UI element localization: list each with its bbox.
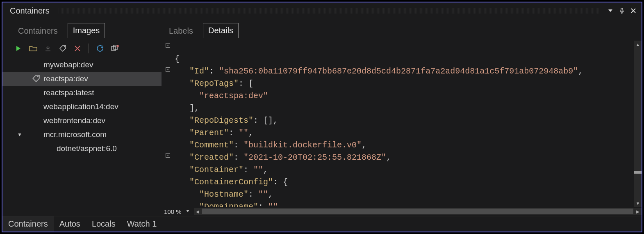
images-toolbar xyxy=(2,41,162,57)
overview-mark xyxy=(634,171,642,174)
json-string: "sha256:0ba11079ff947bb687e20d8d5cd4b287… xyxy=(219,67,578,76)
scroll-down-icon[interactable]: ▼ xyxy=(634,200,642,207)
images-panel: Containers Images xyxy=(2,19,162,216)
tree-item[interactable]: webfrontenda:dev xyxy=(2,114,162,128)
json-key: "Hostname" xyxy=(199,190,248,199)
json-string: "buildkit.dockerfile.v0" xyxy=(243,140,362,150)
tree-item-label: mywebapi:dev xyxy=(43,60,93,69)
json-key: "Comment" xyxy=(189,140,234,150)
code-text: { xyxy=(175,54,180,64)
titlebar-grip xyxy=(59,8,600,14)
tab-labels[interactable]: Labels xyxy=(164,24,198,38)
fold-toggle[interactable]: − xyxy=(166,67,170,72)
tree-item[interactable]: reactspa:dev xyxy=(2,72,162,86)
pin-icon[interactable] xyxy=(617,6,627,16)
run-icon[interactable] xyxy=(13,43,24,54)
tag-icon xyxy=(32,74,41,83)
bottom-tabstrip: Containers Autos Locals Watch 1 xyxy=(2,216,642,232)
bottom-tab-watch1[interactable]: Watch 1 xyxy=(121,216,163,232)
tab-containers[interactable]: Containers xyxy=(13,24,63,38)
close-icon[interactable] xyxy=(628,6,638,16)
tree-item-label: dotnet/aspnet:6.0 xyxy=(57,144,117,153)
json-editor[interactable]: { "Id": "sha256:0ba11079ff947bb687e20d8d… xyxy=(174,41,634,207)
json-key: "Id" xyxy=(189,67,209,76)
window-title: Containers xyxy=(10,6,50,16)
json-key: "RepoDigests" xyxy=(189,116,253,125)
tree-item[interactable]: reactspa:latest xyxy=(2,86,162,100)
titlebar: Containers xyxy=(2,2,642,19)
json-string: "reactspa:dev" xyxy=(199,91,268,101)
scroll-right-icon[interactable]: ▶ xyxy=(634,209,642,214)
tag-icon[interactable] xyxy=(57,43,68,54)
details-panel: Labels Details − − − { "Id": "sha256:0ba… xyxy=(162,19,642,216)
tree-item-label: reactspa:dev xyxy=(43,74,88,83)
toolbar-separator xyxy=(89,44,89,53)
tab-details[interactable]: Details xyxy=(203,23,239,38)
window-options-dropdown-icon[interactable] xyxy=(605,6,615,16)
bottom-tab-autos[interactable]: Autos xyxy=(54,216,86,232)
zoom-dropdown-icon[interactable] xyxy=(186,209,191,214)
json-string: "" xyxy=(268,202,278,207)
image-tree[interactable]: mywebapi:dev reactspa:dev reactspa:lates… xyxy=(2,57,162,216)
tree-item[interactable]: dotnet/aspnet:6.0 xyxy=(2,142,162,156)
json-key: "Container" xyxy=(189,165,243,174)
left-tabstrip: Containers Images xyxy=(2,19,162,41)
tree-item[interactable]: webapplication14:dev xyxy=(2,100,162,114)
tree-item-label: mcr.microsoft.com xyxy=(43,130,107,139)
json-key: "Created" xyxy=(189,153,234,162)
json-value: [] xyxy=(263,116,273,125)
tree-item[interactable]: ▼ mcr.microsoft.com xyxy=(2,128,162,142)
delete-icon[interactable] xyxy=(72,43,83,54)
horizontal-scrollbar[interactable]: ◀ ▶ xyxy=(194,208,642,215)
tree-item-label: reactspa:latest xyxy=(43,88,94,97)
tree-item-label: webfrontenda:dev xyxy=(43,116,105,125)
chevron-down-icon[interactable]: ▼ xyxy=(17,132,24,138)
code-text: ], xyxy=(189,103,199,113)
refresh-icon[interactable] xyxy=(95,43,105,54)
scroll-left-icon[interactable]: ◀ xyxy=(194,209,201,214)
json-string: "" xyxy=(258,190,268,199)
editor-statusbar: 100 % ◀ ▶ xyxy=(162,207,642,216)
tree-item-label: webapplication14:dev xyxy=(43,102,118,111)
right-tabstrip: Labels Details xyxy=(162,19,642,41)
zoom-level[interactable]: 100 % xyxy=(164,208,182,215)
fold-gutter: − − − xyxy=(162,41,174,207)
json-string: "2021-10-20T02:25:55.821868Z" xyxy=(243,153,386,162)
json-key: "Parent" xyxy=(189,128,229,138)
scrollbar-thumb[interactable] xyxy=(202,209,633,214)
tree-item[interactable]: mywebapi:dev xyxy=(2,58,162,72)
svg-point-0 xyxy=(64,46,65,47)
fold-toggle[interactable]: − xyxy=(166,153,170,158)
pull-icon[interactable] xyxy=(43,43,53,54)
json-string: "" xyxy=(253,165,263,174)
open-folder-icon[interactable] xyxy=(28,43,39,54)
json-key: "Domainname" xyxy=(199,202,258,207)
svg-point-3 xyxy=(37,76,39,77)
bottom-tab-locals[interactable]: Locals xyxy=(86,216,121,232)
json-string: "" xyxy=(239,128,248,138)
tab-images[interactable]: Images xyxy=(68,23,105,38)
bottom-tab-containers[interactable]: Containers xyxy=(2,216,54,232)
fold-toggle[interactable]: − xyxy=(166,43,170,48)
vertical-scrollbar[interactable]: ▲ ▼ xyxy=(634,41,642,207)
json-key: "ContainerConfig" xyxy=(189,177,273,187)
prune-icon[interactable] xyxy=(109,43,120,54)
containers-tool-window: Containers Containers Images xyxy=(2,2,642,232)
json-key: "RepoTags" xyxy=(189,79,239,88)
scroll-up-icon[interactable]: ▲ xyxy=(634,41,642,48)
